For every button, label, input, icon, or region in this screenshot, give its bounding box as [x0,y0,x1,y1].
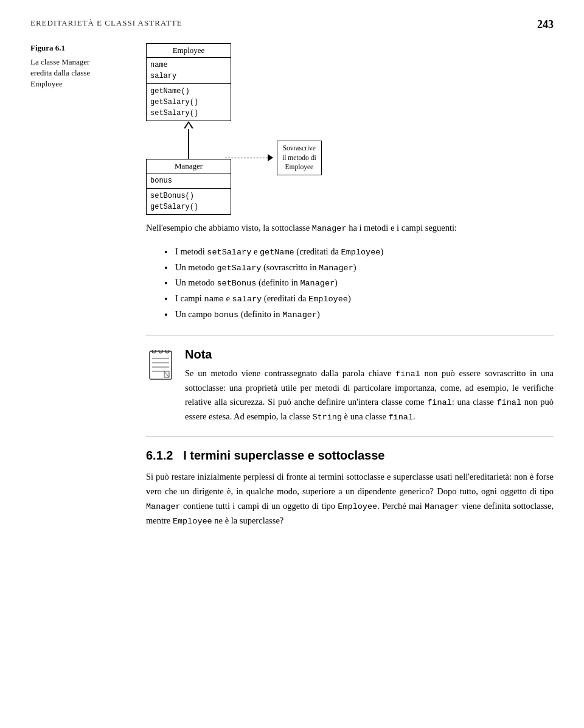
uml-method-getsalary-mgr: getSalary() [150,201,227,212]
inheritance-arrow [184,121,193,159]
divider [146,335,554,335]
section-number: 6.1.2 [146,449,173,462]
list-item: Un campo bonus (definito in Manager) [164,307,554,323]
uml-manager-methods: setBonus() getSalary() [147,189,231,214]
page-number: 243 [537,18,554,31]
bullet-list: I metodi setSalary e getName (creditati … [164,244,554,323]
uml-manager-box: Manager bonus setBonus() getSalary() [146,159,231,215]
annotation-label: Sovrascrive il metodo di Employee [277,141,322,175]
arrow-line [188,128,189,159]
nota-text: Se un metodo viene contrassegnato dalla … [185,366,554,424]
figure-label: Figura 6.1 [30,43,128,53]
content-area: Figura 6.1 La classe Manager eredita dal… [30,43,554,536]
main-text: Nell'esempio che abbiamo visto, la sotto… [146,221,554,529]
uml-method-getsalary: getSalary() [150,97,227,108]
nota-icon [146,350,175,384]
uml-manager-fields: bonus [147,173,231,189]
uml-method-setbonus: setBonus() [150,191,227,201]
section-heading: 6.1.2 I termini superclasse e sottoclass… [146,449,554,463]
nota-content: Nota Se un metodo viene contrassegnato d… [185,348,554,424]
figure-caption: La classe Manager eredita dalla classe E… [30,57,128,90]
list-item: I campi name e salary (ereditati da Empl… [164,291,554,307]
open-arrow-icon [268,154,273,161]
uml-manager-title: Manager [147,159,231,173]
uml-classes: Employee name salary getName() getSalary… [146,43,231,215]
chapter-title: Ereditarietà e classi astratte [30,18,182,28]
list-item: Un metodo setBonus (definito in Manager) [164,275,554,291]
uml-employee-field-salary: salary [150,71,227,82]
annotation-line2: il metodo di [282,153,316,163]
nota-section: Nota Se un metodo viene contrassegnato d… [146,348,554,424]
page-header: Ereditarietà e classi astratte 243 [30,18,554,31]
section-paragraph-1: Si può restare inizialmente perplessi di… [146,470,554,528]
hollow-triangle-icon [184,121,193,128]
dashed-line [225,158,268,158]
section-title: I termini superclasse e sottoclasse [183,449,384,462]
intro-paragraph: Nell'esempio che abbiamo visto, la sotto… [146,221,554,236]
divider-2 [146,436,554,436]
main-content: Employee name salary getName() getSalary… [146,43,554,536]
uml-employee-methods: getName() getSalary() setSalary() [147,84,231,121]
uml-employee-field-name: name [150,60,227,71]
uml-method-getname: getName() [150,86,227,97]
uml-manager-field-bonus: bonus [150,175,227,186]
uml-employee-fields: name salary [147,58,231,84]
uml-annotation: Sovrascrive il metodo di Employee [225,141,322,175]
nota-title: Nota [185,348,554,362]
list-item: I metodi setSalary e getName (creditati … [164,244,554,260]
sidebar: Figura 6.1 La classe Manager eredita dal… [30,43,128,536]
uml-diagram: Employee name salary getName() getSalary… [146,43,554,215]
annotation-line1: Sovrascrive [282,144,316,153]
annotation-line3: Employee [282,163,316,172]
page: Ereditarietà e classi astratte 243 Figur… [0,0,584,561]
list-item: Un metodo getSalary (sovrascritto in Man… [164,260,554,276]
uml-method-setsalary: setSalary() [150,108,227,119]
uml-employee-title: Employee [147,44,231,58]
uml-employee-box: Employee name salary getName() getSalary… [146,43,231,121]
